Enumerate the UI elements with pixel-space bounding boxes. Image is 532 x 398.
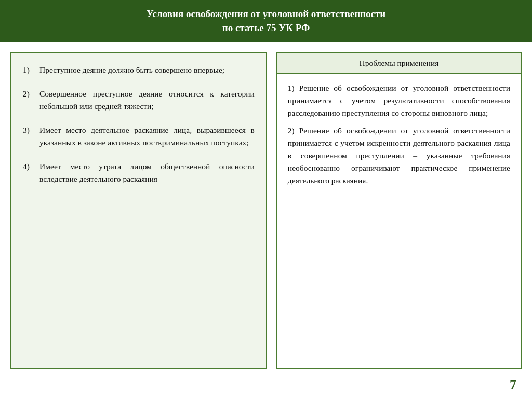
- left-list-item: 1)Преступное деяние должно быть совершен…: [23, 64, 255, 76]
- left-item-num: 1): [23, 64, 35, 76]
- left-item-num: 4): [23, 160, 35, 185]
- left-item-text: Преступное деяние должно быть совершено …: [39, 64, 224, 76]
- left-list: 1)Преступное деяние должно быть совершен…: [23, 64, 255, 185]
- left-item-num: 3): [23, 124, 35, 149]
- footer: 7: [0, 374, 532, 398]
- left-item-text: Совершенное преступное деяние относится …: [39, 88, 255, 113]
- right-panel-item: 1) Решение об освобождении от уголовной …: [288, 82, 510, 119]
- right-panel-body: 1) Решение об освобождении от уголовной …: [277, 74, 521, 368]
- slide: Условия освобождения от уголовной ответс…: [0, 0, 532, 398]
- right-item-num: 1): [288, 84, 295, 92]
- left-item-text: Имеет место утрата лицом общественной оп…: [39, 160, 255, 185]
- right-item-num: 2): [288, 126, 295, 135]
- right-panel-item: 2) Решение об освобождении от уголовной …: [288, 125, 510, 187]
- left-list-item: 2)Совершенное преступное деяние относитс…: [23, 88, 255, 113]
- slide-header: Условия освобождения от уголовной ответс…: [0, 0, 532, 42]
- left-list-item: 4)Имеет место утрата лицом общественной …: [23, 160, 255, 185]
- header-line1: Условия освобождения от уголовной ответс…: [147, 8, 386, 19]
- left-list-item: 3)Имеет место деятельное раскаяние лица,…: [23, 124, 255, 149]
- left-panel: 1)Преступное деяние должно быть совершен…: [10, 52, 267, 369]
- page-number: 7: [510, 377, 516, 393]
- right-panel: Проблемы применения 1) Решение об освобо…: [276, 52, 522, 369]
- left-item-num: 2): [23, 88, 35, 113]
- left-item-text: Имеет место деятельное раскаяние лица, в…: [39, 124, 255, 149]
- header-line2: по статье 75 УК РФ: [222, 22, 310, 33]
- right-panel-header: Проблемы применения: [277, 53, 521, 74]
- content-area: 1)Преступное деяние должно быть совершен…: [0, 42, 532, 374]
